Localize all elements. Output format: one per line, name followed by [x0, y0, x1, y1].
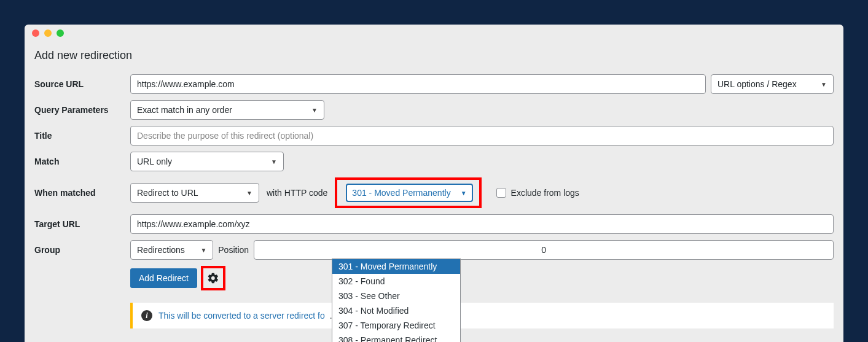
row-group: Group Redirections ▼ Position [34, 240, 834, 260]
add-redirect-button[interactable]: Add Redirect [130, 268, 197, 288]
group-select[interactable]: Redirections ▼ [130, 240, 213, 260]
http-code-option[interactable]: 308 - Permanent Redirect [332, 333, 460, 342]
notice-link[interactable]: This will be converted to a server redir… [158, 311, 325, 321]
title-input[interactable] [130, 126, 834, 146]
position-input[interactable] [254, 240, 834, 260]
label-source-url: Source URL [34, 79, 130, 89]
url-options-label: URL options / Regex [717, 79, 797, 89]
chevron-down-icon: ▼ [311, 107, 318, 114]
http-code-dropdown[interactable]: 301 - Moved Permanently302 - Found303 - … [332, 258, 461, 342]
row-match: Match URL only ▼ [34, 152, 834, 171]
row-source-url: Source URL URL options / Regex ▼ [34, 74, 834, 94]
http-code-option[interactable]: 302 - Found [332, 274, 460, 289]
app-window: Add new redirection Source URL URL optio… [25, 25, 843, 342]
gear-icon[interactable] [207, 272, 219, 284]
label-title: Title [34, 131, 130, 141]
label-group: Group [34, 245, 130, 255]
row-query-params: Query Parameters Exact match in any orde… [34, 100, 834, 120]
maximize-icon[interactable] [57, 29, 64, 37]
page-title: Add new redirection [34, 49, 834, 62]
info-icon: i [141, 310, 152, 321]
match-value: URL only [137, 157, 172, 166]
url-options-select[interactable]: URL options / Regex ▼ [711, 74, 834, 94]
query-params-value: Exact match in any order [137, 105, 232, 115]
form-container: Add new redirection Source URL URL optio… [25, 42, 843, 342]
http-code-option[interactable]: 304 - Not Modified [332, 303, 460, 318]
when-matched-value: Redirect to URL [137, 188, 198, 198]
when-matched-select[interactable]: Redirect to URL ▼ [130, 183, 259, 203]
close-icon[interactable] [32, 29, 39, 37]
actions-row: Add Redirect 301 - Moved Permanently302 … [130, 266, 834, 290]
http-code-select[interactable]: 301 - Moved Permanently ▼ [346, 184, 472, 202]
chevron-down-icon: ▼ [200, 247, 206, 254]
with-http-code-label: with HTTP code [267, 188, 327, 198]
exclude-from-logs-wrap: Exclude from logs [496, 188, 579, 198]
exclude-from-logs-label: Exclude from logs [511, 188, 579, 198]
label-position: Position [218, 245, 249, 255]
group-value: Redirections [137, 245, 185, 255]
label-query-params: Query Parameters [34, 105, 130, 115]
chevron-down-icon: ▼ [821, 81, 827, 88]
exclude-from-logs-checkbox[interactable] [496, 188, 506, 198]
label-target-url: Target URL [34, 219, 130, 229]
row-title: Title [34, 126, 834, 146]
window-titlebar [25, 25, 843, 42]
row-target-url: Target URL [34, 214, 834, 234]
minimize-icon[interactable] [44, 29, 52, 37]
source-url-input[interactable] [130, 74, 706, 94]
http-code-highlight: 301 - Moved Permanently ▼ [335, 177, 481, 208]
http-code-option[interactable]: 303 - See Other [332, 289, 460, 303]
notice: i This will be converted to a server red… [130, 303, 834, 328]
label-match: Match [34, 157, 130, 166]
row-when-matched: When matched Redirect to URL ▼ with HTTP… [34, 177, 834, 208]
chevron-down-icon: ▼ [246, 190, 252, 196]
label-when-matched: When matched [34, 188, 130, 198]
chevron-down-icon: ▼ [461, 190, 467, 196]
gear-highlight [201, 266, 225, 290]
chevron-down-icon: ▼ [271, 158, 277, 165]
http-code-option[interactable]: 307 - Temporary Redirect [332, 318, 460, 333]
http-code-option[interactable]: 301 - Moved Permanently [332, 259, 460, 274]
query-params-select[interactable]: Exact match in any order ▼ [130, 100, 324, 120]
match-select[interactable]: URL only ▼ [130, 152, 284, 171]
http-code-value: 301 - Moved Permanently [352, 188, 450, 198]
target-url-input[interactable] [130, 214, 834, 234]
